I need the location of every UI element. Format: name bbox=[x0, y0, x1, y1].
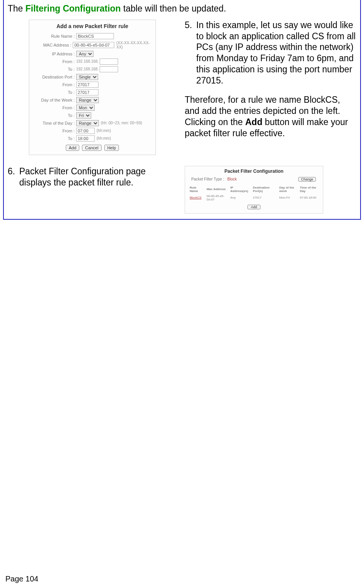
config-table: Rule Name Mac Address IP Address(es) Des… bbox=[188, 185, 320, 202]
help-button[interactable]: Help bbox=[104, 145, 119, 151]
mac-input[interactable] bbox=[73, 42, 114, 48]
dialog-title: Add a new Packet Filter rule bbox=[32, 23, 153, 29]
port-from-input[interactable] bbox=[76, 82, 99, 88]
tod-to-hint: (hh:mm) bbox=[97, 136, 111, 140]
add-button[interactable]: Add bbox=[66, 145, 80, 151]
tod-to-input[interactable] bbox=[76, 135, 95, 142]
dest-port-select[interactable]: Single bbox=[76, 74, 98, 80]
label-rule-name: Rule Name : bbox=[32, 34, 76, 38]
tod-from-hint: (hh:mm) bbox=[97, 129, 111, 133]
step5-number: 5. bbox=[185, 20, 193, 95]
label-mac: MAC Address : bbox=[32, 43, 73, 47]
step5-para2: Therefore, for a rule we name BlockCS, a… bbox=[185, 94, 356, 139]
ip-from-input[interactable] bbox=[100, 58, 118, 65]
dow-from-select[interactable]: Mon bbox=[76, 105, 95, 111]
label-ip-from: From : bbox=[32, 59, 76, 64]
config-title: Packet Filter Configuration bbox=[188, 169, 320, 174]
label-tod: Time of the Day : bbox=[32, 121, 76, 125]
mac-hint: (XX-XX-XX-XX-XX-XX) bbox=[116, 41, 153, 49]
ip-select[interactable]: Any bbox=[76, 51, 94, 57]
label-tod-to: To : bbox=[32, 136, 76, 141]
add-filter-dialog: Add a new Packet Filter rule Rule Name :… bbox=[29, 20, 156, 155]
label-port-to: To : bbox=[32, 90, 76, 95]
cancel-button[interactable]: Cancel bbox=[82, 145, 101, 151]
label-dest-port: Destination Port : bbox=[32, 75, 76, 79]
table-row: BlockCS 00-80-45-e5-0d-07 Any 27017 Mon-… bbox=[189, 194, 319, 202]
config-type-value: Block bbox=[227, 177, 237, 181]
label-port-from: From : bbox=[32, 82, 76, 87]
port-to-input[interactable] bbox=[76, 89, 99, 95]
label-ip-to: To : bbox=[32, 67, 76, 72]
tod-hint: (hh: 00~23, mm: 00~59) bbox=[101, 121, 142, 125]
tod-select[interactable]: Range bbox=[76, 120, 99, 126]
label-ip: IP Address : bbox=[32, 52, 76, 56]
dow-select[interactable]: Range bbox=[76, 97, 99, 103]
dow-to-select[interactable]: Fri bbox=[76, 112, 91, 119]
step6-text: Packet Filter Configuration page display… bbox=[19, 166, 177, 188]
config-panel: Packet Filter Configuration Packet Filte… bbox=[185, 166, 323, 214]
config-add-button[interactable]: Add bbox=[247, 205, 260, 209]
step6-number: 6. bbox=[8, 166, 16, 188]
label-dow-from: From : bbox=[32, 105, 76, 110]
page-number: Page 104 bbox=[5, 575, 38, 583]
label-dow: Day of the Week : bbox=[32, 98, 76, 102]
config-type-label: Packet Filter Type : bbox=[191, 177, 224, 181]
tod-from-input[interactable] bbox=[76, 128, 95, 134]
label-tod-from: From : bbox=[32, 129, 76, 133]
change-button[interactable]: Change bbox=[298, 177, 316, 182]
rule-link[interactable]: BlockCS bbox=[190, 196, 202, 199]
step5-para1: In this example, let us say we would lik… bbox=[196, 20, 356, 86]
rule-name-input[interactable] bbox=[76, 33, 114, 39]
label-dow-to: To : bbox=[32, 113, 76, 118]
intro-text: The Filtering Configuration table will t… bbox=[8, 3, 356, 14]
ip-to-input[interactable] bbox=[100, 66, 118, 72]
